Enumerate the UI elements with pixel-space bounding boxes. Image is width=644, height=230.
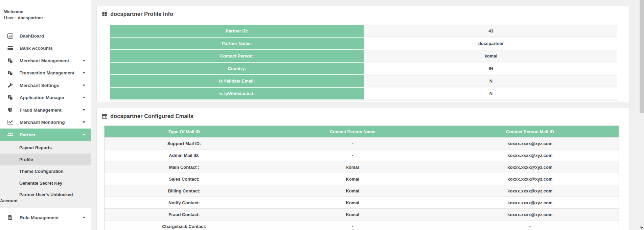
sidebar-item-rule-management[interactable]: Rule Management	[0, 212, 91, 224]
profile-row-value: docspartner	[365, 38, 617, 49]
emails-row: Support Mail ID:-koxxx.xxxx@xyz.com	[105, 138, 619, 150]
profile-info-table: Partner ID:43Partner Name:docspartnerCon…	[109, 24, 618, 100]
users-icon	[6, 132, 14, 137]
submenu-item-profile[interactable]: Profile	[0, 154, 91, 165]
main-content: docspartner Profile Info Partner ID:43Pa…	[91, 0, 644, 230]
sidebar-item-transaction-management[interactable]: Transaction Management	[0, 67, 91, 79]
submenu-item-partner-user-s-unblocked-account[interactable]: Partner User's Unblocked Account	[0, 189, 91, 207]
dashboard-icon	[6, 33, 14, 39]
line-chart-icon	[6, 120, 14, 125]
profile-row-label: Partner Name:	[110, 38, 364, 49]
emails-row-mail: koxxx.xxxx@xyz.com	[441, 150, 619, 161]
profile-row: Partner ID:43	[110, 25, 617, 37]
emails-panel-title: docspartner Configured Emails	[110, 113, 193, 119]
submenu-item-generate-secret-key[interactable]: Generate Secret Key	[0, 177, 91, 189]
welcome-user: User : docspartner	[4, 15, 91, 21]
profile-row-label: Country:	[110, 63, 364, 74]
sidebar-item-dashboard[interactable]: DashBoard	[0, 30, 91, 42]
files-icon	[6, 95, 14, 100]
partner-submenu: Payout ReportsProfileTheme Configuration…	[0, 141, 91, 208]
submenu-item-theme-configuration[interactable]: Theme Configuration	[0, 165, 91, 177]
profile-panel-header: docspartner Profile Info	[97, 6, 629, 17]
emails-row-type: Notify Contact:	[105, 197, 264, 209]
profile-row-label: Is IpWhiteListed:	[110, 88, 364, 99]
emails-row-name: -	[264, 138, 441, 150]
sidebar-item-label: Merchant Settings	[20, 83, 59, 88]
profile-row-value: komal	[365, 50, 617, 62]
chevron-down-icon	[83, 72, 85, 75]
profile-row: Partner Name:docspartner	[110, 38, 617, 49]
profile-row-value: IN	[365, 63, 617, 74]
chevron-down-icon	[83, 121, 85, 124]
grid-icon	[102, 12, 107, 17]
sidebar-item-label: Application Manager	[20, 95, 65, 100]
vertical-scrollbar[interactable]	[639, 0, 644, 230]
emails-column-header: Contact Person Name	[264, 126, 441, 138]
emails-row: Fraud Contact:Komalkoxxx.xxxx@xyz.com	[105, 209, 619, 221]
emails-row-name: -	[264, 150, 441, 161]
emails-row-mail: -	[441, 221, 619, 230]
chevron-down-icon	[83, 97, 85, 100]
configured-emails-panel: docspartner Configured Emails Type Of Ma…	[96, 108, 630, 230]
sidebar-item-label: Rule Management	[20, 215, 59, 220]
profile-row-label: Contact Person:	[110, 50, 364, 62]
profile-row-value: 43	[365, 25, 617, 37]
sidebar-item-label: DashBoard	[20, 33, 44, 39]
emails-row-name: -	[264, 221, 441, 230]
profile-row: Contact Person:komal	[110, 50, 617, 62]
emails-row-name: Komal	[264, 173, 441, 185]
chevron-down-icon	[640, 226, 644, 229]
sidebar-item-label: Merchant Monitoring	[20, 120, 65, 125]
emails-row: Billing Contact:Komalkoxxx.xxxx@xyz.com	[105, 185, 619, 197]
sidebar-item-label: Partner	[20, 132, 36, 137]
emails-row-mail: koxxx.xxxx@xyz.com	[441, 185, 619, 197]
profile-row-value: N	[365, 88, 617, 99]
emails-row-type: Chargeback Contact:	[105, 221, 264, 230]
emails-row-name: komal	[264, 161, 441, 173]
emails-row-name: Komal	[264, 209, 441, 221]
sidebar-item-bank-accounts[interactable]: Bank Accounts	[0, 42, 91, 55]
emails-row: Sales Contact:Komalkoxxx.xxxx@xyz.com	[105, 173, 619, 185]
emails-row-mail: koxxx.xxxx@xyz.com	[441, 209, 619, 221]
sidebar-item-fraud-management[interactable]: Fraud Management	[0, 104, 91, 116]
sidebar-item-application-manager[interactable]: Application Manager	[0, 92, 91, 104]
sidebar-nav-bottom: Rule Management	[0, 212, 91, 224]
sidebar-item-merchant-settings[interactable]: Merchant Settings	[0, 79, 91, 92]
profile-row: Country:IN	[110, 63, 617, 74]
emails-column-header: Type Of Mail ID	[105, 126, 264, 138]
emails-column-header: Contact Person Mail ID	[441, 126, 619, 138]
profile-panel-title: docspartner Profile Info	[110, 11, 173, 17]
profile-row-label: Is Validate Email:	[110, 75, 364, 87]
chevron-down-icon	[83, 217, 85, 220]
bank-card-icon	[6, 46, 14, 51]
emails-row-type: Fraud Contact:	[105, 209, 264, 221]
emails-row-mail: koxxx.xxxx@xyz.com	[441, 173, 619, 185]
sidebar-item-label: Fraud Management	[20, 108, 62, 113]
welcome-text: Welcome	[4, 9, 91, 15]
shield-icon	[6, 107, 14, 113]
sidebar-item-label: Transaction Management	[20, 70, 74, 75]
emails-row: Main Contact :komalkoxxx.xxxx@xyz.com	[105, 161, 619, 173]
profile-info-panel: docspartner Profile Info Partner ID:43Pa…	[96, 6, 630, 102]
sidebar: Welcome User : docspartner DashBoardBank…	[0, 0, 91, 230]
profile-row-value: N	[365, 75, 617, 87]
files-icon	[6, 70, 14, 75]
table-icon	[102, 114, 107, 119]
sidebar-item-merchant-monitoring[interactable]: Merchant Monitoring	[0, 116, 91, 129]
sidebar-item-partner[interactable]: Partner	[0, 129, 91, 141]
emails-row-type: Main Contact :	[105, 161, 264, 173]
files-icon	[6, 58, 14, 63]
emails-row-name: Komal	[264, 185, 441, 197]
chevron-down-icon	[83, 134, 85, 137]
profile-row: Is Validate Email:N	[110, 75, 617, 87]
emails-row-type: Billing Contact:	[105, 185, 264, 197]
emails-row-type: Support Mail ID:	[105, 138, 264, 150]
emails-row-type: Sales Contact:	[105, 173, 264, 185]
scroll-down-arrow[interactable]	[640, 226, 644, 229]
partner-portal-app: Welcome User : docspartner DashBoardBank…	[0, 0, 644, 230]
sidebar-item-merchant-management[interactable]: Merchant Management	[0, 54, 91, 67]
chevron-down-icon	[83, 60, 85, 63]
emails-row: Admin Mail ID:-koxxx.xxxx@xyz.com	[105, 150, 619, 161]
submenu-item-payout-reports[interactable]: Payout Reports	[0, 142, 91, 154]
scrollbar-thumb[interactable]	[640, 0, 644, 113]
